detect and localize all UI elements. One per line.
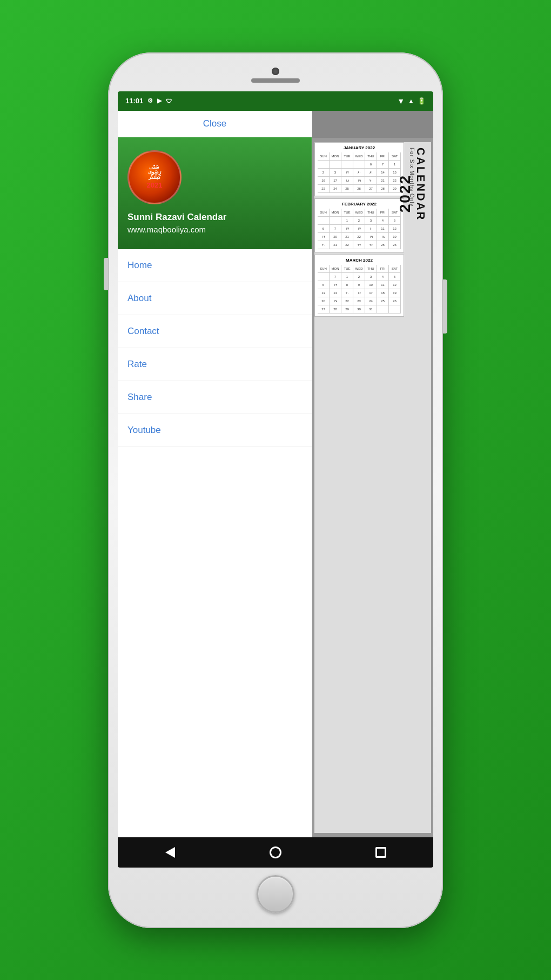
close-button-label[interactable]: Close bbox=[127, 118, 302, 129]
mar-header-row: SUN MON TUE WED THU FRI SAT bbox=[318, 265, 401, 273]
feb-r4c2: 21 bbox=[330, 241, 341, 249]
menu-item-share-label: Share bbox=[127, 392, 152, 402]
earpiece-speaker bbox=[251, 78, 300, 83]
mar-r5c4: 30 bbox=[353, 305, 365, 313]
jan-r3c2: 17 bbox=[330, 177, 341, 184]
feb-r1c4: 2 bbox=[353, 217, 365, 224]
mar-col-thu: THU bbox=[365, 265, 377, 272]
mar-r2c1: 6 bbox=[318, 281, 330, 289]
close-button-container[interactable]: Close bbox=[118, 111, 312, 137]
jan-r4c4: 26 bbox=[353, 185, 365, 192]
jan-r2c3: ۱۲ bbox=[341, 169, 353, 176]
signal-icon: ▲ bbox=[408, 97, 414, 105]
back-button[interactable] bbox=[159, 842, 181, 863]
play-icon: ▶ bbox=[157, 97, 162, 104]
mar-r5c3: 29 bbox=[341, 305, 353, 313]
mar-col-fri: FRI bbox=[377, 265, 389, 272]
jan-r1c4 bbox=[353, 161, 365, 168]
mar-col-mon: MON bbox=[330, 265, 341, 272]
feb-r3c2: 20 bbox=[330, 233, 341, 241]
jan-r1c1 bbox=[318, 161, 330, 168]
app-website-label: www.maqbooliya.com bbox=[127, 225, 206, 234]
mar-row1: 7 1 2 3 4 5 bbox=[318, 273, 401, 281]
feb-r1c6: 4 bbox=[377, 217, 389, 224]
menu-item-about[interactable]: About bbox=[118, 282, 312, 315]
mar-r3c1: 13 bbox=[318, 289, 330, 297]
menu-item-contact-label: Contact bbox=[127, 326, 159, 336]
menu-item-contact[interactable]: Contact bbox=[118, 315, 312, 348]
mar-r4c1: 20 bbox=[318, 297, 330, 305]
jan-r3c5: ۲۰ bbox=[365, 177, 377, 184]
feb-grid: SUN MON TUE WED THU FRI SAT bbox=[317, 208, 402, 250]
main-content: Close سُنّیرَضَوِیکَیلَنڈَر 2021 Sunni R… bbox=[118, 111, 433, 837]
recents-button[interactable] bbox=[370, 842, 392, 863]
wifi-icon: ▼ bbox=[397, 97, 405, 105]
feb-label: FEBRUARY 2022 bbox=[317, 201, 402, 208]
mar-r3c5: 17 bbox=[365, 289, 377, 297]
shield-icon: 🛡 bbox=[166, 98, 172, 104]
feb-r1c1 bbox=[318, 217, 330, 224]
feb-r4c6: 25 bbox=[377, 241, 389, 249]
mar-col-tue: TUE bbox=[341, 265, 353, 272]
menu-item-youtube[interactable]: Youtube bbox=[118, 414, 312, 447]
menu-item-rate-label: Rate bbox=[127, 359, 147, 369]
jan-label: JANUARY 2022 bbox=[317, 144, 402, 151]
jan-col-sat: SAT bbox=[389, 152, 401, 160]
mar-row3: 13 14 ۲۰ ۱۶ 17 18 19 bbox=[318, 289, 401, 297]
jan-r3c1: 16 bbox=[318, 177, 330, 184]
menu-items-list: Home About Contact Rate Share bbox=[118, 249, 312, 837]
feb-r4c4: ۲۷ bbox=[353, 241, 365, 249]
app-logo: سُنّیرَضَوِیکَیلَنڈَر 2021 bbox=[127, 150, 182, 204]
home-button-physical[interactable] bbox=[257, 875, 294, 913]
calendar-panel: CALENDAR For Six Months Only JANUARY 202… bbox=[314, 142, 431, 833]
jan-r2c2: 3 bbox=[330, 169, 341, 176]
menu-item-rate[interactable]: Rate bbox=[118, 348, 312, 381]
mar-r4c3: 22 bbox=[341, 297, 353, 305]
mar-r4c2: ۲۷ bbox=[330, 297, 341, 305]
menu-item-share[interactable]: Share bbox=[118, 381, 312, 414]
mar-r4c4: 23 bbox=[353, 297, 365, 305]
menu-item-home[interactable]: Home bbox=[118, 249, 312, 282]
feb-col-thu: THU bbox=[365, 209, 377, 216]
navigation-bar bbox=[118, 837, 433, 868]
mar-r1c5: 3 bbox=[365, 273, 377, 281]
jan-col-wed: WED bbox=[353, 152, 365, 160]
home-button-nav[interactable] bbox=[265, 842, 286, 863]
jan-grid: SUN MON TUE WED THU FRI SAT bbox=[317, 151, 402, 194]
feb-r2c3: ۱۳ bbox=[341, 225, 353, 232]
mar-row2: 6 ۱۳ 8 9 10 11 12 bbox=[318, 281, 401, 289]
jan-r4c1: 23 bbox=[318, 185, 330, 192]
feb-r3c4: 22 bbox=[353, 233, 365, 241]
battery-icon: 🔋 bbox=[418, 97, 426, 105]
calendar-background: ndar ☰ ‹ CALENDAR For Six Months Only J bbox=[312, 111, 433, 837]
mar-r2c3: 8 bbox=[341, 281, 353, 289]
jan-r1c5: 6 bbox=[365, 161, 377, 168]
feb-r1c7: 5 bbox=[389, 217, 401, 224]
jan-r1c6: 7 bbox=[377, 161, 389, 168]
mar-r2c4: 9 bbox=[353, 281, 365, 289]
feb-r1c5: 3 bbox=[365, 217, 377, 224]
jan-row4: 23 24 25 26 27 28 29 bbox=[318, 185, 401, 193]
mar-label: MARCH 2022 bbox=[317, 257, 402, 264]
mar-r3c6: 18 bbox=[377, 289, 389, 297]
feb-section: FEBRUARY 2022 SUN MON TUE WED THU FRI SA… bbox=[314, 198, 404, 252]
mar-r1c3: 1 bbox=[341, 273, 353, 281]
jan-row1: 6 7 1 bbox=[318, 161, 401, 169]
feb-r3c6: ۱۸ bbox=[377, 233, 389, 241]
mar-r3c7: 19 bbox=[389, 289, 401, 297]
recents-square-icon bbox=[375, 847, 386, 858]
mar-r1c2: 7 bbox=[330, 273, 341, 281]
mar-r2c2: ۱۳ bbox=[330, 281, 341, 289]
jan-col-sun: SUN bbox=[318, 152, 330, 160]
nav-drawer: Close سُنّیرَضَوِیکَیلَنڈَر 2021 Sunni R… bbox=[118, 111, 312, 837]
jan-section: JANUARY 2022 SUN MON TUE WED THU FRI SAT bbox=[314, 142, 404, 196]
calendar-image-area: CALENDAR For Six Months Only JANUARY 202… bbox=[312, 138, 433, 837]
jan-row3: 16 17 ۱۸ ۱۹ ۲۰ 21 22 bbox=[318, 177, 401, 185]
phone-bottom bbox=[118, 868, 433, 918]
jan-r2c1: 2 bbox=[318, 169, 330, 176]
mar-r4c7: 26 bbox=[389, 297, 401, 305]
mar-r3c4: ۱۶ bbox=[353, 289, 365, 297]
feb-r2c7: 12 bbox=[389, 225, 401, 232]
gear-icon: ⚙ bbox=[147, 97, 153, 104]
feb-r2c4: ۱۴ bbox=[353, 225, 365, 232]
